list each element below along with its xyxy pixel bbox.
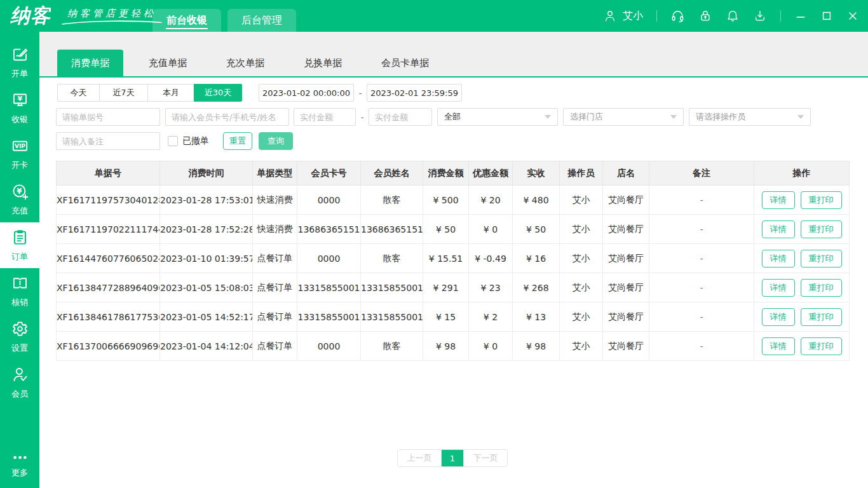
cell-actions: 详情重打印 bbox=[754, 244, 850, 273]
detail-button[interactable]: 详情 bbox=[762, 337, 795, 355]
member-search-input[interactable] bbox=[165, 108, 289, 126]
sidebar-item-recharge[interactable]: ¥ 充值 bbox=[0, 177, 39, 222]
cell-time: 2023-01-10 01:39:57 bbox=[160, 244, 253, 273]
order-no-input[interactable] bbox=[56, 108, 160, 126]
detail-button[interactable]: 详情 bbox=[762, 191, 795, 209]
close-icon[interactable] bbox=[846, 10, 859, 22]
cell-order-no: XF16137006666909696 bbox=[57, 332, 160, 361]
headset-icon[interactable] bbox=[670, 9, 685, 24]
tab-recharge-orders[interactable]: 充值单据 bbox=[135, 50, 201, 76]
date-from-input[interactable] bbox=[259, 84, 354, 102]
cell-discount: ¥ -0.49 bbox=[469, 244, 513, 273]
reset-button[interactable]: 重置 bbox=[223, 132, 252, 150]
cell-remark: - bbox=[649, 332, 754, 361]
paid-min-input[interactable] bbox=[294, 108, 356, 126]
orders-table: 单据号 消费时间 单据类型 会员卡号 会员姓名 消费金额 优惠金额 实收 操作员… bbox=[56, 161, 850, 361]
tab-member-card-orders[interactable]: 会员卡单据 bbox=[367, 50, 443, 76]
sidebar-item-vip-card[interactable]: VIP 开卡 bbox=[0, 131, 39, 177]
sidebar-item-open-order[interactable]: 开单 bbox=[0, 39, 39, 85]
svg-text:¥: ¥ bbox=[17, 186, 22, 195]
detail-button[interactable]: 详情 bbox=[762, 279, 795, 297]
sidebar-item-cashier[interactable]: ¥ 收银 bbox=[0, 85, 39, 131]
cell-type: 点餐订单 bbox=[253, 332, 297, 361]
recharge-icon: ¥ bbox=[11, 183, 29, 202]
header-time: 消费时间 bbox=[160, 161, 253, 186]
reprint-button[interactable]: 重打印 bbox=[801, 191, 842, 209]
cell-card-no: 0000 bbox=[297, 186, 361, 215]
cell-store: 艾尚餐厅 bbox=[603, 215, 649, 244]
order-type-select[interactable]: 全部 bbox=[437, 108, 558, 126]
prev-page-button[interactable]: 上一页 bbox=[398, 450, 441, 466]
main-content: 消费单据 充值单据 充次单据 兑换单据 会员卡单据 今天 近7天 本月 近30天… bbox=[39, 32, 868, 488]
cell-paid: ¥ 480 bbox=[513, 186, 560, 215]
cell-operator: 艾小 bbox=[560, 332, 603, 361]
app-window: 纳客 纳客管店更轻松 前台收银 后台管理 艾小 bbox=[0, 0, 868, 488]
cell-member: 13315855001 bbox=[361, 273, 423, 302]
cell-member: 散客 bbox=[361, 244, 423, 273]
tab-exchange-orders[interactable]: 兑换单据 bbox=[290, 50, 356, 76]
cell-amount: ¥ 15.51 bbox=[423, 244, 469, 273]
cell-type: 点餐订单 bbox=[253, 273, 297, 302]
date-to-input[interactable] bbox=[367, 84, 462, 102]
maximize-icon[interactable] bbox=[820, 10, 833, 22]
download-icon[interactable] bbox=[753, 9, 767, 23]
vip-card-icon: VIP bbox=[11, 137, 29, 156]
header-paid: 实收 bbox=[513, 161, 560, 186]
sidebar-item-more[interactable]: 更多 bbox=[0, 447, 39, 484]
cell-card-no: 13686365151 bbox=[297, 215, 361, 244]
amount-range-separator: - bbox=[360, 112, 365, 122]
store-select[interactable]: 选择门店 bbox=[563, 108, 684, 126]
sidebar-item-members[interactable]: 会员 bbox=[0, 360, 39, 405]
reprint-button[interactable]: 重打印 bbox=[801, 308, 842, 326]
revoked-checkbox[interactable] bbox=[168, 136, 178, 146]
divider bbox=[656, 10, 657, 22]
cell-remark: - bbox=[649, 244, 754, 273]
user-account[interactable]: 艾小 bbox=[603, 9, 643, 23]
sidebar-item-verify[interactable]: 核销 bbox=[0, 268, 39, 314]
sidebar-item-settings[interactable]: 设置 bbox=[0, 314, 39, 360]
remark-filter-row: 已撤单 重置 查询 bbox=[56, 132, 849, 150]
cell-order-no: XF16171197022111744 bbox=[57, 215, 160, 244]
cell-amount: ¥ 15 bbox=[423, 302, 469, 332]
cell-actions: 详情重打印 bbox=[754, 273, 850, 302]
detail-button[interactable]: 详情 bbox=[762, 308, 795, 326]
cell-store: 艾尚餐厅 bbox=[603, 302, 649, 332]
content-panel: 今天 近7天 本月 近30天 - - bbox=[39, 78, 868, 488]
minimize-icon[interactable] bbox=[794, 10, 807, 22]
cell-paid: ¥ 50 bbox=[513, 215, 560, 244]
reprint-button[interactable]: 重打印 bbox=[801, 220, 842, 238]
nav-tab-front-cashier[interactable]: 前台收银 bbox=[153, 9, 221, 32]
cell-type: 点餐订单 bbox=[253, 302, 297, 332]
reprint-button[interactable]: 重打印 bbox=[801, 337, 842, 355]
lock-icon[interactable] bbox=[698, 9, 712, 23]
tab-refill-orders[interactable]: 充次单据 bbox=[212, 50, 278, 76]
svg-text:VIP: VIP bbox=[15, 143, 25, 149]
preset-today-button[interactable]: 今天 bbox=[57, 84, 100, 102]
nav-tab-back-admin[interactable]: 后台管理 bbox=[227, 9, 296, 32]
cell-time: 2023-01-05 15:08:03 bbox=[160, 273, 253, 302]
username: 艾小 bbox=[623, 10, 643, 23]
cell-member: 散客 bbox=[361, 186, 423, 215]
paid-max-input[interactable] bbox=[369, 108, 432, 126]
preset-month-button[interactable]: 本月 bbox=[147, 84, 194, 102]
reprint-button[interactable]: 重打印 bbox=[801, 279, 842, 297]
cell-store: 艾尚餐厅 bbox=[603, 332, 649, 361]
current-page[interactable]: 1 bbox=[441, 450, 464, 466]
slogan: 纳客管店更轻松 bbox=[61, 8, 163, 25]
cashier-monitor-icon: ¥ bbox=[11, 92, 29, 111]
bell-icon[interactable] bbox=[726, 9, 740, 23]
search-button[interactable]: 查询 bbox=[259, 132, 293, 150]
next-page-button[interactable]: 下一页 bbox=[464, 450, 507, 466]
cell-amount: ¥ 500 bbox=[423, 186, 469, 215]
preset-last30-button[interactable]: 近30天 bbox=[194, 84, 242, 102]
tab-consume-orders[interactable]: 消费单据 bbox=[57, 50, 123, 76]
reprint-button[interactable]: 重打印 bbox=[801, 250, 842, 268]
sidebar-item-orders[interactable]: 订单 bbox=[0, 222, 39, 268]
operator-select[interactable]: 请选择操作员 bbox=[689, 108, 811, 126]
detail-button[interactable]: 详情 bbox=[762, 220, 795, 238]
preset-last7-button[interactable]: 近7天 bbox=[99, 84, 148, 102]
remark-input[interactable] bbox=[56, 132, 160, 150]
cell-actions: 详情重打印 bbox=[754, 215, 850, 244]
detail-button[interactable]: 详情 bbox=[762, 250, 795, 268]
cell-actions: 详情重打印 bbox=[754, 332, 850, 361]
